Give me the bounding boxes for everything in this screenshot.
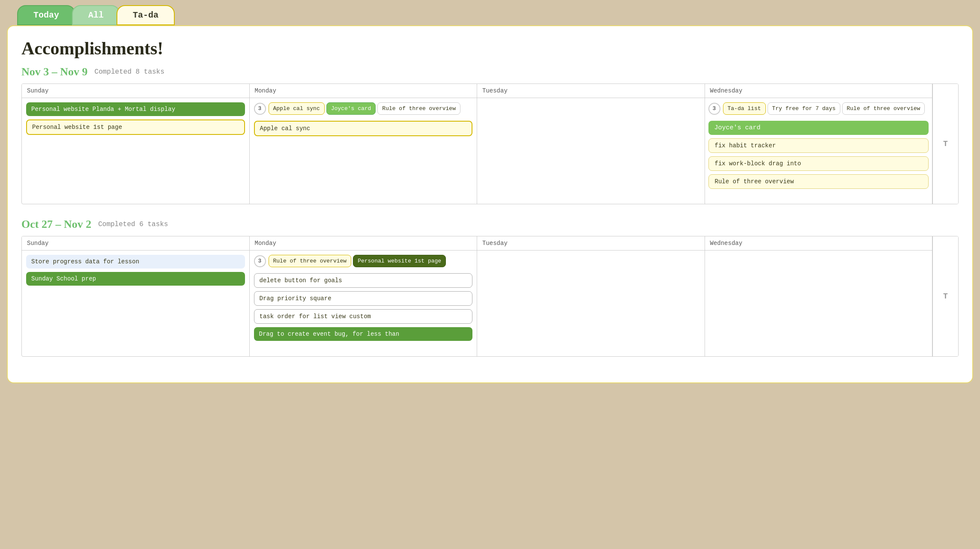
- week1-header: Nov 3 – Nov 9 Completed 8 tasks: [21, 66, 959, 78]
- task-store-progress[interactable]: Store progress data for lesson: [26, 255, 245, 269]
- week1-range: Nov 3 – Nov 9: [21, 66, 88, 78]
- week2-completed: Completed 6 tasks: [98, 221, 168, 228]
- week2-wednesday-body: [705, 251, 932, 259]
- week1-t-col: T: [932, 84, 958, 204]
- task-order-list[interactable]: task order for list view custom: [254, 309, 473, 324]
- week1-monday-header: Monday: [250, 84, 477, 98]
- week1-wednesday-priority-badge: 3: [708, 103, 720, 115]
- prio-apple-cal[interactable]: Apple cal sync: [269, 102, 325, 115]
- prio-tada-list[interactable]: Ta-da list: [723, 102, 766, 115]
- week2-monday-priority-badge: 3: [254, 255, 266, 267]
- week1-sunday-body: Personal website Planda + Mortal display…: [22, 98, 249, 139]
- week1-wednesday-header: Wednesday: [705, 84, 932, 98]
- tab-today-label: Today: [33, 10, 59, 20]
- week1-wednesday-col: Wednesday 3 Ta-da list Try free for 7 da…: [705, 84, 933, 204]
- week2-tuesday-header: Tuesday: [477, 236, 705, 251]
- task-apple-cal-sync[interactable]: Apple cal sync: [254, 121, 473, 136]
- page-title: Accomplishments!: [21, 38, 959, 59]
- week2-sunday-header: Sunday: [22, 236, 249, 251]
- tab-tada[interactable]: Ta-da: [117, 5, 175, 25]
- week1-wednesday-priority-row: 3 Ta-da list Try free for 7 days Rule of…: [708, 102, 929, 115]
- prio-rule-three-w2[interactable]: Rule of three overview: [269, 255, 352, 267]
- task-drag-create[interactable]: Drag to create event bug, for less than: [254, 327, 473, 341]
- main-content: Accomplishments! Nov 3 – Nov 9 Completed…: [7, 25, 973, 383]
- tabs-bar: Today All Ta-da: [0, 0, 980, 25]
- week2-t-col: T: [932, 236, 958, 356]
- tab-all-label: All: [88, 10, 104, 20]
- tab-all[interactable]: All: [72, 5, 120, 25]
- week2-tuesday-body: [477, 251, 705, 259]
- prio-rule-of-three[interactable]: Rule of three overview: [377, 102, 460, 115]
- week1-monday-priority-items: Apple cal sync Joyce's card Rule of thre…: [269, 102, 473, 115]
- week2-monday-body: 3 Rule of three overview Personal websit…: [250, 251, 477, 345]
- task-rule-overview-wed[interactable]: Rule of three overview: [708, 174, 929, 189]
- prio-rule-wed[interactable]: Rule of three overview: [842, 102, 925, 115]
- task-personal-1stpage[interactable]: Personal website 1st page: [26, 119, 245, 135]
- week1-section: Nov 3 – Nov 9 Completed 8 tasks Sunday P…: [21, 66, 959, 204]
- week1-tuesday-body: [477, 98, 705, 107]
- week2-range: Oct 27 – Nov 2: [21, 218, 91, 231]
- week1-wednesday-priority-items: Ta-da list Try free for 7 days Rule of t…: [723, 102, 929, 115]
- week1-monday-body: 3 Apple cal sync Joyce's card Rule of th…: [250, 98, 477, 140]
- week1-monday-priority-row: 3 Apple cal sync Joyce's card Rule of th…: [254, 102, 473, 115]
- task-fix-workblock[interactable]: fix work-block drag into: [708, 156, 929, 171]
- week1-sunday-header: Sunday: [22, 84, 249, 98]
- week2-sunday-body: Store progress data for lesson Sunday Sc…: [22, 251, 249, 290]
- week1-wednesday-body: 3 Ta-da list Try free for 7 days Rule of…: [705, 98, 932, 193]
- week2-monday-header: Monday: [250, 236, 477, 251]
- week1-completed: Completed 8 tasks: [95, 68, 164, 76]
- prio-joyces-card[interactable]: Joyce's card: [326, 102, 376, 115]
- week1-monday-col: Monday 3 Apple cal sync Joyce's card Rul…: [250, 84, 478, 204]
- week2-monday-col: Monday 3 Rule of three overview Personal…: [250, 236, 478, 356]
- task-fix-habit-tracker[interactable]: fix habit tracker: [708, 138, 929, 153]
- week1-grid: Sunday Personal website Planda + Mortal …: [21, 84, 959, 204]
- week1-tuesday-header: Tuesday: [477, 84, 705, 98]
- task-personal-planda[interactable]: Personal website Planda + Mortal display: [26, 102, 245, 116]
- week2-tuesday-col: Tuesday: [477, 236, 705, 356]
- prio-personal-site-w2[interactable]: Personal website 1st page: [353, 255, 446, 267]
- tab-tada-label: Ta-da: [133, 10, 158, 20]
- week2-wednesday-col: Wednesday: [705, 236, 933, 356]
- week1-monday-priority-badge: 3: [254, 103, 266, 115]
- tab-today[interactable]: Today: [17, 5, 75, 25]
- week2-sunday-col: Sunday Store progress data for lesson Su…: [22, 236, 250, 356]
- task-joyces-card-wed[interactable]: Joyce's card: [708, 121, 929, 135]
- week1-tuesday-col: Tuesday: [477, 84, 705, 204]
- week2-header: Oct 27 – Nov 2 Completed 6 tasks: [21, 218, 959, 231]
- task-drag-priority[interactable]: Drag priority square: [254, 291, 473, 306]
- prio-try-free[interactable]: Try free for 7 days: [768, 102, 840, 115]
- week1-sunday-col: Sunday Personal website Planda + Mortal …: [22, 84, 250, 204]
- week2-grid: Sunday Store progress data for lesson Su…: [21, 236, 959, 357]
- week2-monday-priority-row: 3 Rule of three overview Personal websit…: [254, 255, 473, 267]
- task-sunday-school[interactable]: Sunday School prep: [26, 272, 245, 286]
- task-delete-button[interactable]: delete button for goals: [254, 273, 473, 288]
- week2-monday-priority-items: Rule of three overview Personal website …: [269, 255, 473, 267]
- week2-section: Oct 27 – Nov 2 Completed 6 tasks Sunday …: [21, 218, 959, 357]
- week2-wednesday-header: Wednesday: [705, 236, 932, 251]
